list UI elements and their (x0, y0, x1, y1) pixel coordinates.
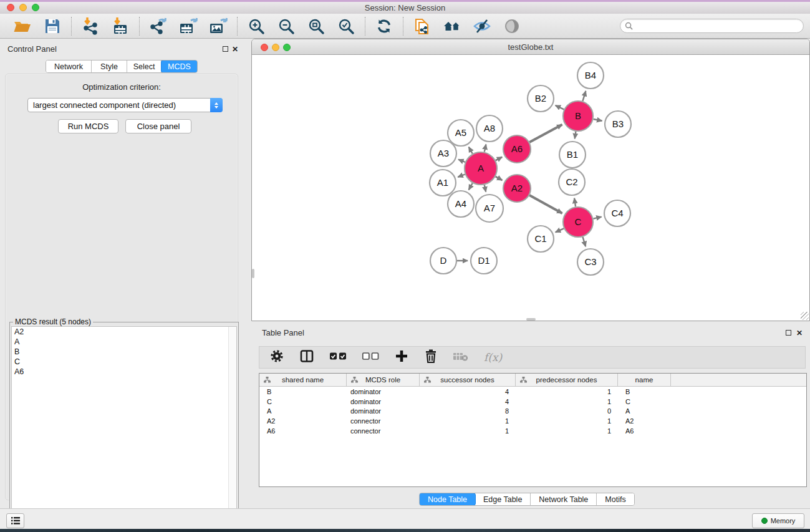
export-image-icon[interactable] (208, 16, 229, 36)
float-panel-icon[interactable] (223, 46, 228, 52)
table-cell[interactable]: B (259, 387, 347, 397)
table-cell[interactable]: dominator (347, 387, 420, 397)
graph-node[interactable]: A8 (476, 115, 503, 142)
graph-node[interactable]: D1 (471, 248, 497, 274)
graph-edge[interactable] (485, 185, 486, 191)
graph-node[interactable]: C2 (559, 169, 585, 195)
table-row[interactable]: A6connector11A6 (259, 426, 806, 436)
graph-edge[interactable] (529, 195, 562, 213)
table-cell[interactable]: A6 (259, 426, 347, 436)
table-cell[interactable]: 1 (420, 416, 516, 426)
tab-edge-table[interactable]: Edge Table (475, 493, 531, 505)
close-panel-icon[interactable]: ✕ (232, 45, 238, 54)
delete-column-icon[interactable] (424, 349, 438, 366)
tab-style[interactable]: Style (92, 60, 127, 72)
table-cell[interactable]: A2 (618, 416, 671, 426)
graph-edge[interactable] (496, 157, 502, 161)
network-canvas[interactable]: B4B2BB3A5A8A6B1A3AA1C2A2A4A7C4CC1C3DD1 (252, 55, 809, 321)
mcds-result-item[interactable]: C (12, 357, 236, 367)
result-scrollbar[interactable] (228, 327, 236, 530)
add-column-icon[interactable] (394, 349, 409, 366)
graph-edge[interactable] (582, 91, 586, 101)
graph-node[interactable]: C (563, 207, 593, 237)
tab-select[interactable]: Select (127, 60, 162, 72)
refresh-icon[interactable] (374, 16, 395, 36)
memory-button[interactable]: Memory (752, 513, 804, 528)
table-cell[interactable]: connector (347, 416, 420, 426)
column-header[interactable]: MCDS role (347, 374, 420, 386)
column-header[interactable]: successor nodes (420, 374, 516, 386)
close-table-panel-icon[interactable]: ✕ (796, 329, 803, 337)
delete-table-icon[interactable] (453, 351, 469, 364)
graph-node[interactable]: A3 (430, 140, 456, 167)
column-header[interactable]: name (618, 374, 671, 386)
table-row[interactable]: Bdominator41B (259, 387, 806, 397)
tab-motifs[interactable]: Motifs (597, 493, 634, 505)
import-network-icon[interactable] (80, 16, 101, 36)
task-history-button[interactable] (6, 513, 24, 528)
table-cell[interactable]: A2 (259, 416, 347, 426)
graph-edge[interactable] (529, 125, 562, 142)
zoom-selected-icon[interactable] (335, 16, 357, 36)
table-cell[interactable]: C (618, 397, 671, 407)
vertical-scroll-thumb[interactable] (252, 269, 254, 278)
table-cell[interactable]: C (259, 397, 347, 407)
table-row[interactable]: Adominator80A (259, 406, 806, 416)
zoom-fit-icon[interactable] (306, 16, 327, 36)
graph-edge[interactable] (594, 119, 602, 121)
table-cell[interactable]: 1 (516, 426, 618, 436)
criterion-select[interactable]: largest connected component (directed) (27, 98, 223, 112)
save-session-icon[interactable] (42, 16, 63, 36)
export-network-icon[interactable] (148, 16, 169, 36)
tab-mcds[interactable]: MCDS (161, 60, 198, 73)
graph-edge[interactable] (583, 237, 586, 246)
table-cell[interactable]: 0 (516, 406, 618, 416)
column-header[interactable]: predecessor nodes (516, 374, 618, 386)
mcds-result-list[interactable]: A2ABCA6 (11, 326, 237, 530)
table-cell[interactable]: 1 (516, 397, 618, 407)
table-cell[interactable]: A (618, 406, 671, 416)
mcds-result-item[interactable]: A6 (12, 367, 236, 377)
graph-edge[interactable] (496, 177, 503, 180)
clone-network-icon[interactable] (412, 16, 433, 36)
graph-node[interactable]: A6 (503, 135, 531, 163)
mcds-result-item[interactable]: B (12, 347, 236, 357)
deselect-all-checkboxes-icon[interactable] (362, 351, 379, 364)
table-cell[interactable]: 4 (420, 387, 516, 397)
graph-edge[interactable] (556, 228, 564, 232)
graph-node[interactable]: C4 (604, 200, 630, 226)
graph-node[interactable]: C3 (577, 249, 604, 275)
open-session-icon[interactable] (12, 16, 33, 36)
show-visibility-icon[interactable] (501, 16, 523, 36)
graph-edge[interactable] (458, 160, 465, 162)
horizontal-scroll-thumb[interactable] (526, 318, 536, 321)
graph-node[interactable]: B1 (559, 142, 586, 168)
graph-edge[interactable] (574, 198, 576, 207)
run-mcds-button[interactable]: Run MCDS (58, 119, 118, 133)
table-cell[interactable]: connector (347, 426, 420, 436)
graph-node[interactable]: B4 (577, 62, 604, 89)
graph-node[interactable]: A7 (476, 195, 503, 222)
tab-network[interactable]: Network (46, 60, 92, 72)
mcds-result-item[interactable]: A (12, 337, 236, 347)
tab-network-table[interactable]: Network Table (531, 493, 597, 505)
table-cell[interactable]: 8 (420, 406, 516, 416)
graph-edge[interactable] (575, 132, 576, 139)
resize-handle[interactable] (801, 312, 809, 320)
select-all-checkboxes-icon[interactable] (329, 351, 347, 364)
graph-edge[interactable] (469, 183, 473, 190)
tab-node-table[interactable]: Node Table (419, 493, 476, 506)
column-header[interactable]: shared name (259, 374, 347, 386)
search-input[interactable] (635, 22, 803, 31)
graph-node[interactable]: A4 (448, 191, 474, 217)
graph-node[interactable]: A2 (503, 175, 531, 202)
table-cell[interactable]: 1 (516, 387, 618, 397)
table-cell[interactable]: dominator (347, 397, 420, 407)
table-cell[interactable]: dominator (347, 406, 420, 416)
table-cell[interactable]: A (259, 406, 347, 416)
graph-edge[interactable] (485, 144, 486, 152)
table-row[interactable]: Cdominator41C (259, 397, 806, 407)
zoom-in-icon[interactable] (246, 16, 267, 36)
graph-edge[interactable] (469, 147, 473, 154)
export-table-icon[interactable] (178, 16, 199, 36)
